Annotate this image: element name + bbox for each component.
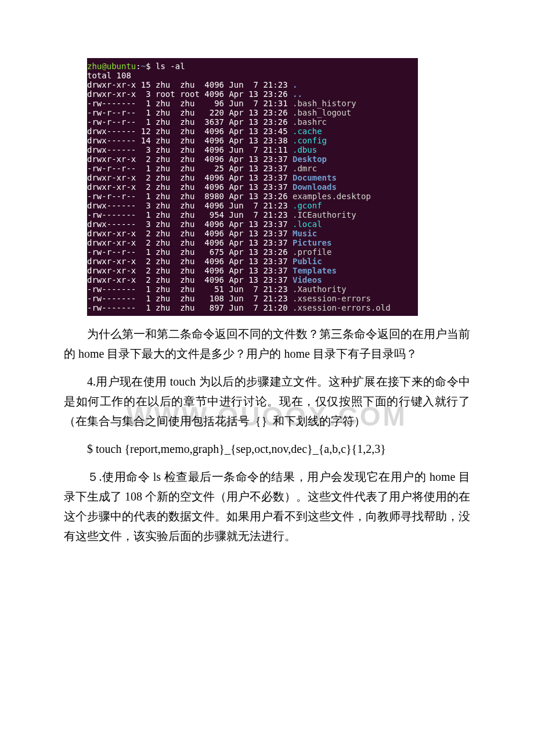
ls-row: -rw-r--r-- 1 zhu zhu 220 Apr 13 23:26 .b…: [87, 108, 418, 117]
file-name: .xsession-errors: [293, 294, 371, 303]
file-name: .config: [293, 136, 327, 145]
file-name: Pictures: [293, 238, 331, 247]
file-name: .xsession-errors.old: [293, 303, 391, 312]
file-name: .: [293, 80, 297, 89]
total-line: total 108: [87, 71, 418, 80]
ls-row: drwxr-xr-x 3 root root 4096 Apr 13 23:26…: [87, 89, 418, 99]
file-name: .bashrc: [293, 117, 327, 127]
file-name: Public: [293, 257, 322, 266]
ls-row: drwx------ 14 zhu zhu 4096 Apr 13 23:38 …: [87, 136, 418, 145]
ls-row: drwxr-xr-x 2 zhu zhu 4096 Apr 13 23:37 P…: [87, 238, 418, 247]
prompt-sym: $: [146, 62, 156, 71]
ls-row: drwxr-xr-x 2 zhu zhu 4096 Apr 13 23:37 M…: [87, 229, 418, 238]
ls-row: drwxr-xr-x 2 zhu zhu 4096 Apr 13 23:37 D…: [87, 173, 418, 182]
file-name: Downloads: [293, 182, 337, 192]
file-name: .bash_logout: [293, 108, 351, 117]
file-name: .local: [293, 219, 322, 229]
ls-row: -rw-r--r-- 1 zhu zhu 8980 Apr 13 23:26 e…: [87, 192, 418, 201]
file-name: Documents: [293, 173, 337, 182]
ls-row: -rw-r--r-- 1 zhu zhu 3637 Apr 13 23:26 .…: [87, 117, 418, 127]
ls-row: drwxr-xr-x 2 zhu zhu 4096 Apr 13 23:37 D…: [87, 182, 418, 192]
file-name: Templates: [293, 266, 337, 275]
ls-row: -rw-r--r-- 1 zhu zhu 25 Apr 13 23:37 .dm…: [87, 164, 418, 173]
ls-row: -rw------- 1 zhu zhu 897 Jun 7 21:20 .xs…: [87, 303, 418, 312]
ls-row: -rw-r--r-- 1 zhu zhu 675 Apr 13 23:26 .p…: [87, 247, 418, 257]
prompt-sep: :: [136, 62, 140, 71]
file-name: .Xauthority: [293, 285, 347, 294]
step5-paragraph: ５.使用命令 ls 检查最后一条命令的结果，用户会发现它在用户的 home 目录…: [64, 467, 470, 546]
ls-row: -rw------- 1 zhu zhu 108 Jun 7 21:23 .xs…: [87, 294, 418, 303]
ls-row: drwxr-xr-x 2 zhu zhu 4096 Apr 13 23:37 T…: [87, 266, 418, 275]
question-paragraph: 为什么第一和第二条命令返回不同的文件数？第三条命令返回的在用户当前的 home …: [64, 324, 470, 363]
file-name: examples.desktop: [293, 192, 371, 201]
file-name: Music: [293, 229, 317, 238]
ls-row: drwxr-xr-x 15 zhu zhu 4096 Jun 7 21:23 .: [87, 80, 418, 89]
prompt-line: zhu@ubuntu:~$ ls -al: [87, 62, 418, 71]
file-name: Desktop: [293, 154, 327, 164]
prompt-path: ~: [141, 62, 146, 71]
ls-row: drwx------ 3 zhu zhu 4096 Jun 7 21:23 .g…: [87, 201, 418, 210]
terminal-output: zhu@ubuntu:~$ ls -al total 108 drwxr-xr-…: [87, 58, 418, 316]
typed-command: ls -al: [156, 62, 185, 71]
file-name: .cache: [293, 127, 322, 136]
ls-row: drwxr-xr-x 2 zhu zhu 4096 Apr 13 23:37 P…: [87, 257, 418, 266]
ls-row: -rw------- 1 zhu zhu 51 Jun 7 21:23 .Xau…: [87, 285, 418, 294]
touch-command: $ touch {report,memo,graph}_{sep,oct,nov…: [64, 439, 470, 459]
ls-row: drwx------ 12 zhu zhu 4096 Apr 13 23:45 …: [87, 127, 418, 136]
prompt-user: zhu@ubuntu: [87, 62, 136, 71]
step4-paragraph: 4.用户现在使用 touch 为以后的步骤建立文件。这种扩展在接下来的命令中是如…: [64, 372, 470, 431]
file-name: .bash_history: [293, 99, 356, 108]
file-name: .dbus: [293, 145, 317, 154]
file-name: .dmrc: [293, 164, 317, 173]
file-name: .gconf: [293, 201, 322, 210]
file-name: Videos: [293, 275, 322, 285]
ls-row: drwx------ 3 zhu zhu 4096 Jun 7 21:11 .d…: [87, 145, 418, 154]
ls-row: -rw------- 1 zhu zhu 954 Jun 7 21:23 .IC…: [87, 210, 418, 219]
file-name: .ICEauthority: [293, 210, 356, 219]
file-name: .profile: [293, 247, 331, 257]
ls-row: drwxr-xr-x 2 zhu zhu 4096 Apr 13 23:37 V…: [87, 275, 418, 285]
ls-row: drwx------ 3 zhu zhu 4096 Apr 13 23:37 .…: [87, 219, 418, 229]
ls-row: -rw------- 1 zhu zhu 96 Jun 7 21:31 .bas…: [87, 99, 418, 108]
ls-row: drwxr-xr-x 2 zhu zhu 4096 Apr 13 23:37 D…: [87, 154, 418, 164]
file-name: ..: [293, 89, 302, 99]
